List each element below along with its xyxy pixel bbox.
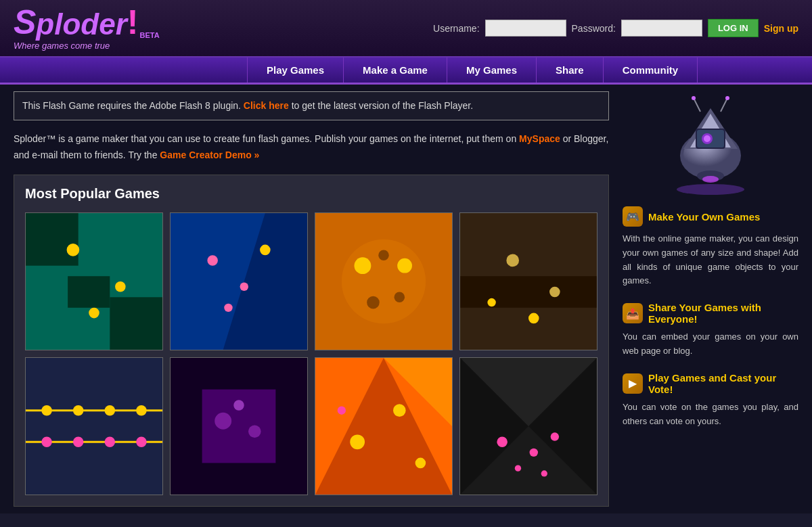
svg-point-33 [41, 436, 52, 447]
promo-share-header: 📤 Share Your Games with Everyone! [623, 302, 798, 325]
svg-point-15 [354, 257, 371, 274]
svg-point-69 [725, 96, 729, 100]
right-column: 🎮 Make Your Own Games With the online ga… [623, 91, 798, 507]
nav-item-make-game[interactable]: Make a Game [344, 58, 447, 83]
games-grid [25, 212, 597, 495]
svg-point-54 [551, 432, 559, 440]
game-thumb-inner-4 [460, 213, 597, 350]
svg-point-39 [215, 412, 231, 429]
make-your-own-title[interactable]: Make Your Own Games [648, 211, 760, 223]
demo-link[interactable]: Game Creator Demo » [160, 150, 259, 160]
svg-point-17 [367, 296, 380, 308]
svg-point-47 [415, 457, 426, 468]
games-section: Most Popular Games [14, 175, 609, 507]
svg-rect-3 [68, 276, 110, 308]
svg-point-67 [692, 96, 696, 100]
game-thumb-inner-5 [26, 358, 162, 495]
svg-point-12 [224, 303, 232, 311]
flash-click-link[interactable]: Click here [244, 100, 289, 111]
username-input[interactable] [485, 20, 566, 37]
game-thumb-inner-2 [171, 213, 307, 350]
nav-item-my-games[interactable]: My Games [447, 58, 537, 83]
svg-point-31 [105, 405, 116, 416]
svg-point-52 [497, 436, 508, 447]
logo-text-rest: ploder [36, 9, 127, 39]
game-thumb-inner-7 [315, 358, 452, 495]
signup-link[interactable]: Sign up [764, 23, 798, 34]
svg-point-6 [89, 307, 99, 318]
svg-point-35 [105, 436, 116, 447]
svg-point-25 [487, 298, 495, 306]
nav-item-community[interactable]: Community [604, 58, 698, 83]
svg-point-9 [207, 255, 218, 266]
svg-point-24 [528, 313, 539, 323]
make-your-own-icon: 🎮 [623, 206, 643, 227]
svg-point-30 [73, 405, 84, 416]
svg-point-53 [530, 448, 538, 456]
game-thumb-4[interactable] [459, 212, 597, 350]
svg-line-68 [721, 98, 727, 112]
game-thumb-2[interactable] [170, 212, 308, 350]
svg-point-71 [702, 176, 719, 183]
svg-point-46 [393, 404, 406, 417]
svg-point-57 [677, 184, 744, 195]
svg-point-10 [240, 282, 248, 290]
game-thumb-8[interactable] [459, 357, 597, 495]
svg-point-19 [378, 250, 389, 260]
game-thumb-inner-8 [460, 358, 597, 495]
svg-point-34 [73, 436, 84, 447]
game-thumb-3[interactable] [315, 212, 453, 350]
login-button[interactable]: LOG IN [708, 19, 759, 37]
promo-make-header: 🎮 Make Your Own Games [623, 206, 798, 227]
password-input[interactable] [621, 20, 702, 37]
play-cast-title[interactable]: Play Games and Cast your Vote! [648, 372, 798, 395]
game-thumb-5[interactable] [25, 357, 163, 495]
game-thumb-7[interactable] [315, 357, 453, 495]
promo-play-cast: ▶ Play Games and Cast your Vote! You can… [623, 372, 798, 429]
flash-text-after: to get the latest version of the Flash P… [292, 100, 473, 111]
share-your-games-icon: 📤 [623, 303, 643, 323]
svg-rect-21 [460, 276, 597, 308]
logo-area: S ploder ! BETA Where games come true [14, 5, 160, 51]
description-text: Sploder™ is a game maker that you can us… [14, 131, 609, 164]
game-thumb-6[interactable] [170, 357, 308, 495]
svg-point-56 [541, 470, 547, 476]
svg-point-5 [115, 281, 126, 292]
beta-badge: BETA [139, 32, 159, 39]
game-thumb-inner-1 [26, 213, 162, 350]
share-your-games-title[interactable]: Share Your Games with Everyone! [648, 302, 798, 325]
username-label: Username: [433, 23, 479, 34]
main-content: This Flash Game requires the Adobe Flash… [0, 85, 812, 513]
svg-point-29 [41, 405, 52, 416]
header: S ploder ! BETA Where games come true Us… [0, 0, 812, 58]
svg-point-32 [136, 405, 147, 416]
header-auth-area: Username: Password: LOG IN Sign up [433, 19, 798, 37]
games-section-title: Most Popular Games [25, 186, 597, 202]
svg-line-66 [694, 98, 700, 112]
promo-share-games: 📤 Share Your Games with Everyone! You ca… [623, 302, 798, 359]
svg-point-18 [394, 292, 405, 302]
robot-illustration [623, 91, 798, 200]
logo-text: S [14, 5, 36, 39]
play-cast-text: You can vote on the games you play, and … [623, 400, 798, 429]
svg-point-45 [350, 434, 365, 449]
svg-point-40 [248, 425, 261, 438]
svg-point-36 [136, 436, 147, 447]
password-label: Password: [572, 23, 616, 34]
svg-rect-26 [26, 358, 162, 495]
game-thumb-1[interactable] [25, 212, 163, 350]
play-cast-icon: ▶ [623, 373, 643, 394]
svg-point-55 [515, 465, 521, 471]
nav-item-play-games[interactable]: Play Games [247, 58, 344, 83]
myspace-link[interactable]: MySpace [519, 133, 560, 144]
game-thumb-inner-3 [315, 213, 452, 350]
logo-exclaim: ! [127, 5, 139, 39]
promo-play-header: ▶ Play Games and Cast your Vote! [623, 372, 798, 395]
svg-point-22 [506, 254, 519, 267]
svg-rect-1 [26, 213, 78, 266]
flash-notice: This Flash Game requires the Adobe Flash… [14, 91, 609, 120]
nav-bar: Play Games Make a Game My Games Share Co… [0, 58, 812, 85]
nav-item-share[interactable]: Share [537, 58, 604, 83]
svg-rect-2 [110, 297, 162, 350]
svg-point-41 [233, 400, 244, 411]
